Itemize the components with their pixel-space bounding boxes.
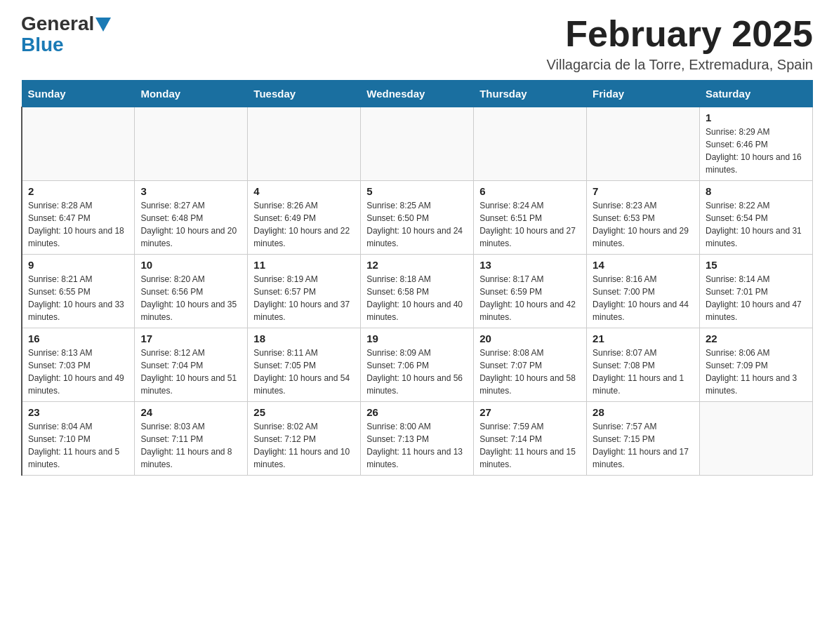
calendar-cell: 14Sunrise: 8:16 AM Sunset: 7:00 PM Dayli… <box>587 255 700 328</box>
day-info: Sunrise: 8:00 AM Sunset: 7:13 PM Dayligh… <box>366 420 468 471</box>
day-number: 26 <box>366 406 468 418</box>
calendar-cell: 20Sunrise: 8:08 AM Sunset: 7:07 PM Dayli… <box>474 328 587 402</box>
day-info: Sunrise: 8:03 AM Sunset: 7:11 PM Dayligh… <box>140 420 241 471</box>
day-info: Sunrise: 8:12 AM Sunset: 7:04 PM Dayligh… <box>140 347 241 397</box>
calendar-cell: 2Sunrise: 8:28 AM Sunset: 6:47 PM Daylig… <box>22 181 135 255</box>
calendar-cell: 16Sunrise: 8:13 AM Sunset: 7:03 PM Dayli… <box>22 328 135 402</box>
day-info: Sunrise: 8:08 AM Sunset: 7:07 PM Dayligh… <box>479 347 581 397</box>
day-number: 22 <box>706 333 807 344</box>
calendar-week-3: 9Sunrise: 8:21 AM Sunset: 6:55 PM Daylig… <box>22 255 813 328</box>
day-number: 13 <box>479 259 581 271</box>
day-number: 10 <box>140 259 241 271</box>
day-number: 7 <box>593 185 694 197</box>
day-number: 18 <box>253 333 355 344</box>
weekday-header-thursday: Thursday <box>474 81 587 107</box>
day-number: 3 <box>140 185 241 197</box>
calendar-cell: 23Sunrise: 8:04 AM Sunset: 7:10 PM Dayli… <box>22 402 135 476</box>
calendar-table: SundayMondayTuesdayWednesdayThursdayFrid… <box>21 80 813 476</box>
day-number: 21 <box>593 333 694 344</box>
day-number: 5 <box>366 185 468 197</box>
calendar-cell <box>135 107 248 181</box>
calendar-cell: 5Sunrise: 8:25 AM Sunset: 6:50 PM Daylig… <box>361 181 474 255</box>
day-number: 24 <box>140 406 241 418</box>
calendar-cell: 11Sunrise: 8:19 AM Sunset: 6:57 PM Dayli… <box>248 255 361 328</box>
calendar-week-4: 16Sunrise: 8:13 AM Sunset: 7:03 PM Dayli… <box>22 328 813 402</box>
day-number: 4 <box>253 185 355 197</box>
calendar-cell: 12Sunrise: 8:18 AM Sunset: 6:58 PM Dayli… <box>361 255 474 328</box>
day-info: Sunrise: 8:27 AM Sunset: 6:48 PM Dayligh… <box>140 199 241 250</box>
day-number: 15 <box>706 259 807 271</box>
calendar-week-5: 23Sunrise: 8:04 AM Sunset: 7:10 PM Dayli… <box>22 402 813 476</box>
logo: General Blue <box>21 14 111 55</box>
day-number: 14 <box>593 259 694 271</box>
day-number: 16 <box>28 333 128 344</box>
day-info: Sunrise: 8:14 AM Sunset: 7:01 PM Dayligh… <box>706 273 807 323</box>
calendar-cell: 1Sunrise: 8:29 AM Sunset: 6:46 PM Daylig… <box>700 107 813 181</box>
day-info: Sunrise: 8:26 AM Sunset: 6:49 PM Dayligh… <box>253 199 355 250</box>
calendar-cell: 25Sunrise: 8:02 AM Sunset: 7:12 PM Dayli… <box>248 402 361 476</box>
calendar-cell: 8Sunrise: 8:22 AM Sunset: 6:54 PM Daylig… <box>700 181 813 255</box>
day-info: Sunrise: 8:29 AM Sunset: 6:46 PM Dayligh… <box>706 126 807 176</box>
calendar-week-1: 1Sunrise: 8:29 AM Sunset: 6:46 PM Daylig… <box>22 107 813 181</box>
day-number: 8 <box>706 185 807 197</box>
day-info: Sunrise: 8:24 AM Sunset: 6:51 PM Dayligh… <box>479 199 581 250</box>
calendar-cell: 19Sunrise: 8:09 AM Sunset: 7:06 PM Dayli… <box>361 328 474 402</box>
day-info: Sunrise: 8:19 AM Sunset: 6:57 PM Dayligh… <box>253 273 355 323</box>
calendar-cell: 7Sunrise: 8:23 AM Sunset: 6:53 PM Daylig… <box>587 181 700 255</box>
calendar-week-2: 2Sunrise: 8:28 AM Sunset: 6:47 PM Daylig… <box>22 181 813 255</box>
day-info: Sunrise: 8:25 AM Sunset: 6:50 PM Dayligh… <box>366 199 468 250</box>
calendar-cell <box>700 402 813 476</box>
day-number: 2 <box>28 185 128 197</box>
svg-marker-0 <box>95 18 111 32</box>
calendar-cell <box>361 107 474 181</box>
calendar-cell: 6Sunrise: 8:24 AM Sunset: 6:51 PM Daylig… <box>474 181 587 255</box>
day-info: Sunrise: 8:28 AM Sunset: 6:47 PM Dayligh… <box>28 199 128 250</box>
day-info: Sunrise: 8:21 AM Sunset: 6:55 PM Dayligh… <box>28 273 128 323</box>
location-text: Villagarcia de la Torre, Extremadura, Sp… <box>547 57 813 73</box>
calendar-cell: 18Sunrise: 8:11 AM Sunset: 7:05 PM Dayli… <box>248 328 361 402</box>
weekday-header-monday: Monday <box>135 81 248 107</box>
day-number: 12 <box>366 259 468 271</box>
calendar-cell: 15Sunrise: 8:14 AM Sunset: 7:01 PM Dayli… <box>700 255 813 328</box>
day-number: 11 <box>253 259 355 271</box>
calendar-cell: 10Sunrise: 8:20 AM Sunset: 6:56 PM Dayli… <box>135 255 248 328</box>
calendar-cell: 13Sunrise: 8:17 AM Sunset: 6:59 PM Dayli… <box>474 255 587 328</box>
day-number: 9 <box>28 259 128 271</box>
day-info: Sunrise: 8:16 AM Sunset: 7:00 PM Dayligh… <box>593 273 694 323</box>
day-info: Sunrise: 8:20 AM Sunset: 6:56 PM Dayligh… <box>140 273 241 323</box>
calendar-cell: 3Sunrise: 8:27 AM Sunset: 6:48 PM Daylig… <box>135 181 248 255</box>
title-area: February 2025 Villagarcia de la Torre, E… <box>547 14 813 73</box>
day-number: 17 <box>140 333 241 344</box>
weekday-header-friday: Friday <box>587 81 700 107</box>
weekday-header-saturday: Saturday <box>700 81 813 107</box>
day-info: Sunrise: 8:17 AM Sunset: 6:59 PM Dayligh… <box>479 273 581 323</box>
logo-blue-text: Blue <box>21 35 64 55</box>
weekday-header-wednesday: Wednesday <box>361 81 474 107</box>
calendar-cell: 24Sunrise: 8:03 AM Sunset: 7:11 PM Dayli… <box>135 402 248 476</box>
calendar-cell: 27Sunrise: 7:59 AM Sunset: 7:14 PM Dayli… <box>474 402 587 476</box>
calendar-cell: 21Sunrise: 8:07 AM Sunset: 7:08 PM Dayli… <box>587 328 700 402</box>
day-number: 20 <box>479 333 581 344</box>
calendar-cell: 22Sunrise: 8:06 AM Sunset: 7:09 PM Dayli… <box>700 328 813 402</box>
day-info: Sunrise: 8:13 AM Sunset: 7:03 PM Dayligh… <box>28 347 128 397</box>
weekday-header-sunday: Sunday <box>22 81 135 107</box>
day-number: 19 <box>366 333 468 344</box>
day-info: Sunrise: 8:22 AM Sunset: 6:54 PM Dayligh… <box>706 199 807 250</box>
day-info: Sunrise: 8:23 AM Sunset: 6:53 PM Dayligh… <box>593 199 694 250</box>
day-info: Sunrise: 8:06 AM Sunset: 7:09 PM Dayligh… <box>706 347 807 397</box>
calendar-cell <box>22 107 135 181</box>
day-info: Sunrise: 8:18 AM Sunset: 6:58 PM Dayligh… <box>366 273 468 323</box>
weekday-header-tuesday: Tuesday <box>248 81 361 107</box>
calendar-cell <box>474 107 587 181</box>
calendar-cell: 26Sunrise: 8:00 AM Sunset: 7:13 PM Dayli… <box>361 402 474 476</box>
day-info: Sunrise: 8:07 AM Sunset: 7:08 PM Dayligh… <box>593 347 694 397</box>
calendar-cell: 28Sunrise: 7:57 AM Sunset: 7:15 PM Dayli… <box>587 402 700 476</box>
month-title: February 2025 <box>547 14 813 54</box>
page-header: General Blue February 2025 Villagarcia d… <box>21 14 813 73</box>
day-info: Sunrise: 8:09 AM Sunset: 7:06 PM Dayligh… <box>366 347 468 397</box>
day-number: 27 <box>479 406 581 418</box>
day-number: 28 <box>593 406 694 418</box>
calendar-cell: 17Sunrise: 8:12 AM Sunset: 7:04 PM Dayli… <box>135 328 248 402</box>
calendar-cell: 9Sunrise: 8:21 AM Sunset: 6:55 PM Daylig… <box>22 255 135 328</box>
day-number: 1 <box>706 112 807 123</box>
